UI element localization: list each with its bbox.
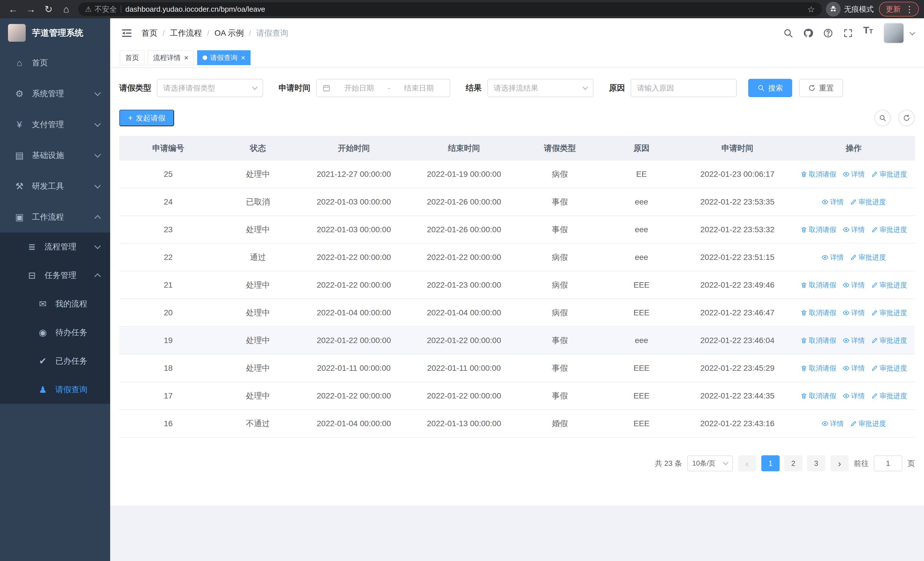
progress-action-link[interactable]: 审批进度 [871, 308, 907, 317]
progress-action-link[interactable]: 审批进度 [850, 197, 886, 206]
cancel-action-link[interactable]: 取消请假 [801, 281, 836, 290]
start-date-input[interactable] [334, 84, 384, 93]
refresh-table-button[interactable] [898, 110, 915, 126]
table-cell: 2022-01-26 00:00:00 [409, 188, 519, 215]
table-cell: 2022-01-23 00:00:00 [409, 271, 519, 298]
page-button-3[interactable]: 3 [807, 455, 825, 471]
home-icon[interactable]: ⌂ [58, 1, 74, 17]
leave-type-select-input[interactable] [163, 84, 249, 93]
eye-icon [843, 393, 849, 399]
detail-action-link[interactable]: 详情 [822, 197, 844, 206]
progress-action-link[interactable]: 审批进度 [871, 391, 907, 400]
table-cell: 22 [119, 244, 217, 271]
sidebar-item-payment[interactable]: ¥ 支付管理 [0, 109, 110, 140]
result-select-input[interactable] [494, 84, 580, 93]
leave-type-select[interactable] [157, 79, 263, 97]
breadcrumb-item[interactable]: OA 示例 [214, 28, 244, 39]
cancel-action-link[interactable]: 取消请假 [801, 170, 836, 179]
toggle-search-button[interactable] [874, 110, 891, 126]
reload-icon[interactable]: ↻ [40, 1, 57, 17]
sidebar-item-home[interactable]: ⌂ 首页 [0, 47, 110, 78]
sidebar-item-leave-query[interactable]: ♟ 请假查询 [0, 375, 110, 404]
detail-action-link[interactable]: 详情 [843, 391, 865, 400]
table-row: 25处理中2021-12-27 00:00:002022-01-19 00:00… [119, 161, 915, 188]
sidebar-item-done-tasks[interactable]: ✔ 已办任务 [0, 347, 110, 375]
reset-button[interactable]: 重置 [799, 79, 843, 97]
table-row: 23处理中2022-01-03 00:00:002022-01-26 00:00… [119, 216, 915, 244]
page-button-2[interactable]: 2 [784, 455, 802, 471]
cancel-action-link[interactable]: 取消请假 [801, 391, 836, 400]
tab-process-detail[interactable]: 流程详情 × [148, 50, 194, 65]
cancel-action-link[interactable]: 取消请假 [801, 225, 836, 234]
cancel-action-link[interactable]: 取消请假 [801, 364, 836, 373]
close-icon[interactable]: × [241, 54, 245, 62]
sidebar-item-process-mgmt[interactable]: ≣ 流程管理 [0, 233, 110, 261]
tab-leave-query[interactable]: 请假查询 × [197, 50, 250, 65]
detail-action-link[interactable]: 详情 [822, 419, 844, 428]
sidebar-toggle-icon[interactable] [120, 26, 134, 40]
address-bar[interactable]: ⚠ 不安全 dashboard.yudao.iocoder.cn/bpm/oa/… [78, 2, 822, 16]
sidebar-item-system[interactable]: ⚙ 系统管理 [0, 78, 110, 109]
github-icon[interactable] [800, 24, 817, 42]
question-icon[interactable] [819, 24, 837, 42]
sidebar-item-devtools[interactable]: ⚒ 研发工具 [0, 171, 110, 202]
reason-input-box[interactable] [631, 79, 737, 97]
chevron-down-icon [94, 182, 101, 189]
progress-action-link[interactable]: 审批进度 [871, 281, 907, 290]
forward-icon[interactable]: → [23, 1, 39, 17]
sidebar-item-workflow[interactable]: ▣ 工作流程 [0, 202, 110, 233]
pen-icon [850, 199, 857, 205]
user-avatar[interactable] [884, 23, 904, 44]
chevron-down-icon[interactable] [909, 30, 915, 35]
apply-time-range-picker[interactable]: - [316, 79, 450, 97]
breadcrumb-item[interactable]: 首页 [141, 28, 158, 39]
progress-action-link[interactable]: 审批进度 [871, 170, 907, 179]
close-icon[interactable]: × [184, 54, 188, 62]
detail-action-link[interactable]: 详情 [843, 364, 865, 373]
font-size-icon[interactable]: TT [860, 24, 877, 42]
cancel-action-link[interactable]: 取消请假 [801, 308, 836, 317]
browser-menu-icon[interactable]: ⋮ [905, 4, 914, 14]
browser-update-button[interactable]: 更新 ⋮ [879, 2, 919, 17]
prev-page-button[interactable]: ‹ [738, 455, 756, 471]
detail-action-link[interactable]: 详情 [843, 336, 865, 345]
table-cell: 2022-01-22 00:00:00 [299, 271, 409, 298]
create-leave-button[interactable]: + 发起请假 [119, 110, 174, 126]
app-logo-row[interactable]: 芋道管理系统 [0, 18, 110, 47]
bookmark-star-icon[interactable]: ☆ [807, 4, 815, 14]
reason-input[interactable] [637, 84, 730, 93]
back-icon[interactable]: ← [5, 1, 21, 17]
search-icon[interactable] [780, 24, 797, 42]
progress-action-link[interactable]: 审批进度 [850, 419, 886, 428]
cancel-action-link[interactable]: 取消请假 [801, 336, 836, 345]
table-cell: 2022-01-22 00:00:00 [409, 244, 519, 271]
breadcrumb-item: 请假查询 [256, 28, 288, 39]
table-cell: 2022-01-22 23:43:16 [682, 410, 792, 437]
end-date-input[interactable] [393, 84, 444, 93]
detail-action-link[interactable]: 详情 [843, 308, 865, 317]
detail-action-link[interactable]: 详情 [843, 281, 865, 290]
progress-action-link[interactable]: 审批进度 [850, 253, 886, 262]
page-size-select[interactable]: 10条/页 [687, 455, 733, 471]
goto-page-input[interactable] [874, 455, 902, 471]
sidebar-item-infrastructure[interactable]: ▤ 基础设施 [0, 140, 110, 171]
sidebar-item-todo-tasks[interactable]: ◉ 待办任务 [0, 318, 110, 347]
result-select[interactable] [488, 79, 594, 97]
tab-home[interactable]: 首页 [120, 50, 144, 65]
fullscreen-icon[interactable] [840, 24, 856, 42]
breadcrumb-item[interactable]: 工作流程 [170, 28, 202, 39]
sidebar-item-my-process[interactable]: ✉ 我的流程 [0, 290, 110, 318]
detail-action-link[interactable]: 详情 [843, 170, 865, 179]
progress-action-link[interactable]: 审批进度 [871, 336, 907, 345]
progress-action-link[interactable]: 审批进度 [871, 225, 907, 234]
detail-action-link[interactable]: 详情 [843, 225, 865, 234]
sidebar-item-task-mgmt[interactable]: ⊟ 任务管理 [0, 261, 110, 290]
next-page-button[interactable]: › [830, 455, 849, 471]
actions-cell: 详情 审批进度 [792, 410, 915, 437]
search-button[interactable]: 搜索 [748, 79, 792, 97]
detail-action-link[interactable]: 详情 [822, 253, 844, 262]
page-button-1[interactable]: 1 [761, 455, 780, 471]
progress-action-link[interactable]: 审批进度 [871, 364, 907, 373]
chevron-right-icon: › [838, 458, 841, 469]
goto-label: 前往 [854, 459, 868, 468]
